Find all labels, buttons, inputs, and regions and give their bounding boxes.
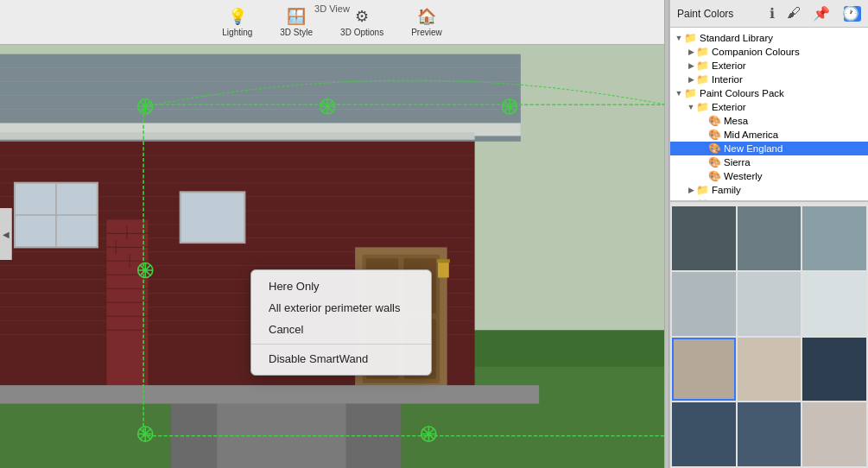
tree-item-mesa[interactable]: 🎨Mesa [670,114,868,128]
tree-label-standard-library: Standard Library [700,33,773,43]
color-swatch-7[interactable] [738,338,801,402]
tree-label-mid-america: Mid America [724,130,778,140]
color-swatch-2[interactable] [802,206,866,270]
tree-arrow-exterior-2[interactable] [686,103,696,111]
tree-label-paint-colours-pack: Paint Colours Pack [700,88,784,98]
tree-icon-westerly: 🎨 [708,170,721,182]
info-icon[interactable]: ℹ [770,5,775,22]
color-swatch-8[interactable] [802,338,866,402]
svg-rect-29 [107,219,149,399]
tree-icon-mid-america: 🎨 [708,129,721,141]
tree-arrow-standard-library[interactable] [674,34,684,42]
house-scene [0,45,664,468]
color-swatch-11[interactable] [802,402,866,466]
tree-arrow-paint-colours-pack[interactable] [674,89,684,98]
tree-label-mesa: Mesa [724,116,748,126]
tree-label-exterior-2: Exterior [712,102,746,112]
preview-label: Preview [411,28,442,37]
preview-button[interactable]: 🏠 Preview [411,7,442,37]
svg-rect-28 [0,132,475,140]
tree-icon-exterior-1: 📁 [696,60,709,72]
view3d-toolbar: 3D View 💡 Lighting 🪟 3D Style ⚙ 3D Optio… [0,0,664,45]
tree-item-sierra[interactable]: 🎨Sierra [670,155,868,169]
3doptions-icon: ⚙ [355,7,369,26]
color-swatch-9[interactable] [672,402,736,466]
3dstyle-label: 3D Style [280,28,313,37]
tree-label-sierra: Sierra [724,157,751,168]
tree-label-new-england: New England [724,143,782,154]
tree-icon-new-england: 🎨 [708,142,721,155]
main-content: ◀ 3D View 💡 Lighting 🪟 3D Style ⚙ 3D Opt… [0,0,868,468]
tree-label-companion-colours: Companion Colours [712,47,800,57]
svg-rect-52 [437,259,450,262]
color-swatch-10[interactable] [738,402,801,466]
flag-icon[interactable]: 📌 [813,5,830,22]
tree-item-new-england[interactable]: 🎨New England [670,142,868,155]
tree-icon-interior-1: 📁 [696,73,709,85]
color-swatch-3[interactable] [672,272,736,336]
clock-icon[interactable]: 🕐 [842,5,859,22]
right-panel: Paint Colors ▼ 📁Standard Library📁Compani… [669,0,868,468]
tree-item-companion-colours[interactable]: 📁Companion Colours [670,45,868,59]
tree-arrow-interior-1[interactable] [686,75,696,84]
lighting-button[interactable]: 💡 Lighting [222,7,252,37]
color-swatches [670,205,868,468]
color-swatch-6[interactable] [672,338,736,402]
tree-icon-mesa: 🎨 [708,115,721,127]
tree-item-family[interactable]: 📁Family [670,183,868,197]
color-swatch-0[interactable] [672,206,736,270]
svg-rect-51 [438,261,449,277]
tree-label-exterior-1: Exterior [712,60,746,71]
preview-icon: 🏠 [417,7,436,26]
top-icon-bar: ℹ 🖌 📌 🕐 [770,5,859,22]
view3d-container: ◀ 3D View 💡 Lighting 🪟 3D Style ⚙ 3D Opt… [0,0,664,468]
lighting-icon: 💡 [228,7,247,26]
tree-arrow-companion-colours[interactable] [686,47,696,56]
tree-icon-family: 📁 [696,184,709,196]
tree-item-mid-america[interactable]: 🎨Mid America [670,128,868,142]
3doptions-label: 3D Options [340,28,383,37]
tree-arrow-exterior-1[interactable] [686,61,696,70]
tree-icon-sierra: 🎨 [708,156,721,168]
disable-smartwand-item[interactable]: Disable SmartWand [251,348,431,370]
lighting-label: Lighting [222,28,252,37]
3dstyle-button[interactable]: 🪟 3D Style [280,7,313,37]
tree-item-exterior-2[interactable]: 📁Exterior [670,100,868,114]
color-swatch-1[interactable] [738,206,801,270]
color-swatch-5[interactable] [802,272,866,336]
tree-item-paint-colours-pack[interactable]: 📁Paint Colours Pack [670,86,868,100]
tree-icon-companion-colours: 📁 [696,46,709,58]
left-panel-tab[interactable]: ◀ [0,208,12,260]
tree-item-standard-library[interactable]: 📁Standard Library [670,31,868,45]
context-menu: Here Only All exterior perimeter walls C… [250,269,432,376]
tree-arrow-family[interactable] [686,186,696,194]
tree-icon-exterior-2: 📁 [696,101,709,113]
scene-3d[interactable]: Here Only All exterior perimeter walls C… [0,45,664,468]
cancel-item[interactable]: Cancel [251,319,431,340]
tree-label-interior-1: Interior [712,74,743,85]
tree-item-interior-1[interactable]: 📁Interior [670,73,868,86]
color-swatch-4[interactable] [738,272,801,336]
here-only-item[interactable]: Here Only [251,275,431,297]
tree-label-family: Family [712,185,741,195]
3dstyle-icon: 🪟 [287,7,306,26]
svg-rect-55 [0,385,539,403]
view3d-title: 3D View [314,3,350,14]
brush-icon[interactable]: 🖌 [787,5,801,22]
tree-view[interactable]: 📁Standard Library📁Companion Colours📁Exte… [670,28,868,201]
tree-item-westerly[interactable]: 🎨Westerly [670,169,868,183]
tree-label-westerly: Westerly [724,171,763,181]
svg-rect-53 [181,192,245,243]
tree-icon-paint-colours-pack: 📁 [684,87,697,99]
menu-divider [251,344,431,345]
tree-icon-standard-library: 📁 [684,32,697,44]
all-exterior-item[interactable]: All exterior perimeter walls [251,297,431,319]
tree-item-exterior-1[interactable]: 📁Exterior [670,59,868,73]
app-container: ℹ 🖌 📌 🕐 ◀ 3D View 💡 Lighting 🪟 3D Style [0,0,868,468]
